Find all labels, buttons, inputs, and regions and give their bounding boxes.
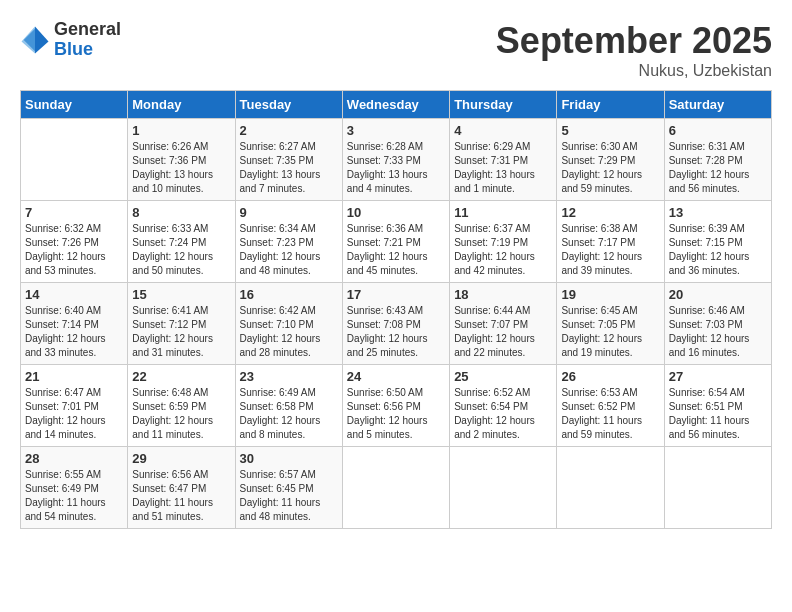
calendar-cell: [21, 119, 128, 201]
calendar-cell: 30 Sunrise: 6:57 AM Sunset: 6:45 PM Dayl…: [235, 447, 342, 529]
calendar-week-row: 14 Sunrise: 6:40 AM Sunset: 7:14 PM Dayl…: [21, 283, 772, 365]
calendar-cell: 27 Sunrise: 6:54 AM Sunset: 6:51 PM Dayl…: [664, 365, 771, 447]
weekday-header: Saturday: [664, 91, 771, 119]
day-info: Sunrise: 6:26 AM Sunset: 7:36 PM Dayligh…: [132, 140, 230, 196]
day-info: Sunrise: 6:27 AM Sunset: 7:35 PM Dayligh…: [240, 140, 338, 196]
calendar-cell: 25 Sunrise: 6:52 AM Sunset: 6:54 PM Dayl…: [450, 365, 557, 447]
day-info: Sunrise: 6:48 AM Sunset: 6:59 PM Dayligh…: [132, 386, 230, 442]
month-title: September 2025: [496, 20, 772, 62]
calendar-cell: 13 Sunrise: 6:39 AM Sunset: 7:15 PM Dayl…: [664, 201, 771, 283]
day-info: Sunrise: 6:32 AM Sunset: 7:26 PM Dayligh…: [25, 222, 123, 278]
title-block: September 2025 Nukus, Uzbekistan: [496, 20, 772, 80]
day-number: 4: [454, 123, 552, 138]
calendar-cell: 6 Sunrise: 6:31 AM Sunset: 7:28 PM Dayli…: [664, 119, 771, 201]
calendar-cell: 7 Sunrise: 6:32 AM Sunset: 7:26 PM Dayli…: [21, 201, 128, 283]
day-info: Sunrise: 6:44 AM Sunset: 7:07 PM Dayligh…: [454, 304, 552, 360]
calendar-cell: 4 Sunrise: 6:29 AM Sunset: 7:31 PM Dayli…: [450, 119, 557, 201]
day-number: 30: [240, 451, 338, 466]
day-number: 28: [25, 451, 123, 466]
day-number: 12: [561, 205, 659, 220]
day-number: 19: [561, 287, 659, 302]
day-info: Sunrise: 6:29 AM Sunset: 7:31 PM Dayligh…: [454, 140, 552, 196]
day-info: Sunrise: 6:43 AM Sunset: 7:08 PM Dayligh…: [347, 304, 445, 360]
calendar-cell: 22 Sunrise: 6:48 AM Sunset: 6:59 PM Dayl…: [128, 365, 235, 447]
weekday-header: Sunday: [21, 91, 128, 119]
day-info: Sunrise: 6:28 AM Sunset: 7:33 PM Dayligh…: [347, 140, 445, 196]
day-info: Sunrise: 6:55 AM Sunset: 6:49 PM Dayligh…: [25, 468, 123, 524]
day-number: 23: [240, 369, 338, 384]
day-info: Sunrise: 6:40 AM Sunset: 7:14 PM Dayligh…: [25, 304, 123, 360]
day-number: 2: [240, 123, 338, 138]
calendar-cell: 23 Sunrise: 6:49 AM Sunset: 6:58 PM Dayl…: [235, 365, 342, 447]
day-number: 29: [132, 451, 230, 466]
day-number: 18: [454, 287, 552, 302]
calendar-cell: [342, 447, 449, 529]
day-info: Sunrise: 6:42 AM Sunset: 7:10 PM Dayligh…: [240, 304, 338, 360]
day-number: 14: [25, 287, 123, 302]
calendar-cell: 11 Sunrise: 6:37 AM Sunset: 7:19 PM Dayl…: [450, 201, 557, 283]
weekday-header: Thursday: [450, 91, 557, 119]
weekday-header: Friday: [557, 91, 664, 119]
day-info: Sunrise: 6:50 AM Sunset: 6:56 PM Dayligh…: [347, 386, 445, 442]
weekday-header: Monday: [128, 91, 235, 119]
day-info: Sunrise: 6:53 AM Sunset: 6:52 PM Dayligh…: [561, 386, 659, 442]
calendar-cell: 17 Sunrise: 6:43 AM Sunset: 7:08 PM Dayl…: [342, 283, 449, 365]
day-number: 22: [132, 369, 230, 384]
day-info: Sunrise: 6:33 AM Sunset: 7:24 PM Dayligh…: [132, 222, 230, 278]
logo-text: General Blue: [54, 20, 121, 60]
day-info: Sunrise: 6:38 AM Sunset: 7:17 PM Dayligh…: [561, 222, 659, 278]
weekday-header: Wednesday: [342, 91, 449, 119]
day-number: 3: [347, 123, 445, 138]
day-number: 11: [454, 205, 552, 220]
calendar-cell: 5 Sunrise: 6:30 AM Sunset: 7:29 PM Dayli…: [557, 119, 664, 201]
calendar-cell: [664, 447, 771, 529]
day-number: 21: [25, 369, 123, 384]
calendar-cell: 19 Sunrise: 6:45 AM Sunset: 7:05 PM Dayl…: [557, 283, 664, 365]
day-number: 1: [132, 123, 230, 138]
calendar-cell: 26 Sunrise: 6:53 AM Sunset: 6:52 PM Dayl…: [557, 365, 664, 447]
calendar-cell: [557, 447, 664, 529]
calendar-table: SundayMondayTuesdayWednesdayThursdayFrid…: [20, 90, 772, 529]
calendar-cell: 28 Sunrise: 6:55 AM Sunset: 6:49 PM Dayl…: [21, 447, 128, 529]
day-info: Sunrise: 6:34 AM Sunset: 7:23 PM Dayligh…: [240, 222, 338, 278]
calendar-cell: 9 Sunrise: 6:34 AM Sunset: 7:23 PM Dayli…: [235, 201, 342, 283]
day-info: Sunrise: 6:47 AM Sunset: 7:01 PM Dayligh…: [25, 386, 123, 442]
calendar-week-row: 1 Sunrise: 6:26 AM Sunset: 7:36 PM Dayli…: [21, 119, 772, 201]
day-number: 24: [347, 369, 445, 384]
day-info: Sunrise: 6:52 AM Sunset: 6:54 PM Dayligh…: [454, 386, 552, 442]
calendar-week-row: 28 Sunrise: 6:55 AM Sunset: 6:49 PM Dayl…: [21, 447, 772, 529]
day-info: Sunrise: 6:57 AM Sunset: 6:45 PM Dayligh…: [240, 468, 338, 524]
calendar-cell: 24 Sunrise: 6:50 AM Sunset: 6:56 PM Dayl…: [342, 365, 449, 447]
logo-blue: Blue: [54, 40, 121, 60]
day-info: Sunrise: 6:49 AM Sunset: 6:58 PM Dayligh…: [240, 386, 338, 442]
day-number: 15: [132, 287, 230, 302]
day-info: Sunrise: 6:30 AM Sunset: 7:29 PM Dayligh…: [561, 140, 659, 196]
calendar-cell: 14 Sunrise: 6:40 AM Sunset: 7:14 PM Dayl…: [21, 283, 128, 365]
weekday-header: Tuesday: [235, 91, 342, 119]
day-number: 25: [454, 369, 552, 384]
calendar-cell: 21 Sunrise: 6:47 AM Sunset: 7:01 PM Dayl…: [21, 365, 128, 447]
day-number: 16: [240, 287, 338, 302]
calendar-cell: 2 Sunrise: 6:27 AM Sunset: 7:35 PM Dayli…: [235, 119, 342, 201]
calendar-cell: 29 Sunrise: 6:56 AM Sunset: 6:47 PM Dayl…: [128, 447, 235, 529]
calendar-cell: 15 Sunrise: 6:41 AM Sunset: 7:12 PM Dayl…: [128, 283, 235, 365]
day-info: Sunrise: 6:46 AM Sunset: 7:03 PM Dayligh…: [669, 304, 767, 360]
calendar-cell: 10 Sunrise: 6:36 AM Sunset: 7:21 PM Dayl…: [342, 201, 449, 283]
day-number: 5: [561, 123, 659, 138]
calendar-header: SundayMondayTuesdayWednesdayThursdayFrid…: [21, 91, 772, 119]
day-info: Sunrise: 6:45 AM Sunset: 7:05 PM Dayligh…: [561, 304, 659, 360]
calendar-cell: 1 Sunrise: 6:26 AM Sunset: 7:36 PM Dayli…: [128, 119, 235, 201]
day-number: 8: [132, 205, 230, 220]
day-info: Sunrise: 6:56 AM Sunset: 6:47 PM Dayligh…: [132, 468, 230, 524]
logo: General Blue: [20, 20, 121, 60]
day-info: Sunrise: 6:31 AM Sunset: 7:28 PM Dayligh…: [669, 140, 767, 196]
calendar-body: 1 Sunrise: 6:26 AM Sunset: 7:36 PM Dayli…: [21, 119, 772, 529]
calendar-cell: 8 Sunrise: 6:33 AM Sunset: 7:24 PM Dayli…: [128, 201, 235, 283]
calendar-week-row: 7 Sunrise: 6:32 AM Sunset: 7:26 PM Dayli…: [21, 201, 772, 283]
day-number: 27: [669, 369, 767, 384]
day-number: 7: [25, 205, 123, 220]
calendar-cell: 3 Sunrise: 6:28 AM Sunset: 7:33 PM Dayli…: [342, 119, 449, 201]
calendar-cell: 20 Sunrise: 6:46 AM Sunset: 7:03 PM Dayl…: [664, 283, 771, 365]
calendar-cell: [450, 447, 557, 529]
day-number: 26: [561, 369, 659, 384]
